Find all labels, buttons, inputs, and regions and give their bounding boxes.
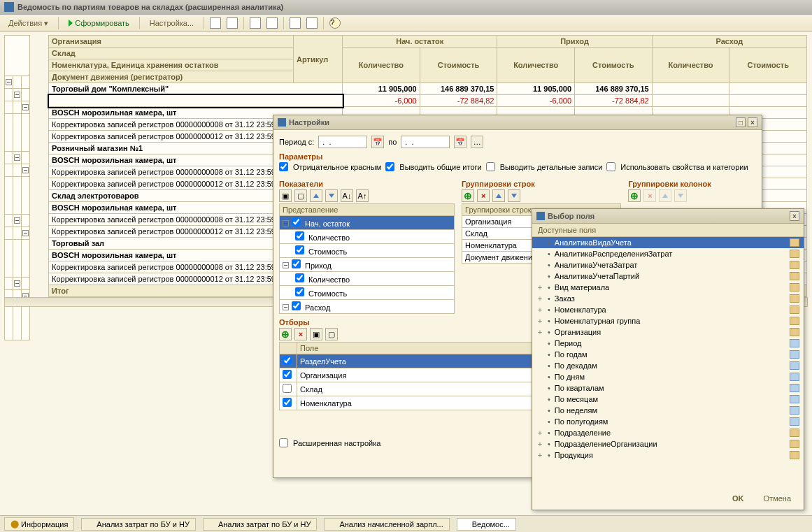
field-row[interactable]: •АналитикаУчетаЗатрат bbox=[532, 259, 804, 271]
add-group-icon[interactable]: ⊕ bbox=[462, 189, 474, 202]
del-group-icon[interactable]: × bbox=[477, 189, 490, 202]
field-row[interactable]: •По декадам bbox=[532, 360, 804, 371]
indicator-row[interactable]: Стоимость bbox=[280, 244, 455, 258]
dialog-icon bbox=[536, 212, 545, 220]
tab-analysis1[interactable]: Анализ затрат по БУ и НУ bbox=[81, 518, 196, 531]
field-type-icon bbox=[790, 361, 799, 370]
field-type-icon bbox=[790, 250, 799, 258]
sort-desc-icon[interactable]: A↑ bbox=[356, 189, 369, 202]
field-type-icon bbox=[790, 317, 799, 325]
tab-analysis2[interactable]: Анализ затрат по БУ и НУ bbox=[203, 518, 318, 531]
actions-menu[interactable]: Действия ▾ bbox=[4, 17, 52, 29]
indicator-row[interactable]: Количество bbox=[280, 272, 455, 286]
tab-vedomost[interactable]: Ведомос... bbox=[457, 518, 516, 531]
period-select-icon[interactable]: … bbox=[471, 136, 483, 148]
dialog-icon bbox=[278, 118, 286, 127]
del-col-icon: × bbox=[643, 189, 656, 202]
indicator-row[interactable]: Стоимость bbox=[280, 286, 455, 300]
app-icon bbox=[4, 2, 14, 12]
field-row[interactable]: +•Вид материала bbox=[532, 282, 804, 293]
field-row[interactable]: +•Продукция bbox=[532, 450, 804, 461]
field-row[interactable]: +•Организация bbox=[532, 326, 804, 338]
maximize-icon[interactable]: □ bbox=[736, 117, 746, 127]
filter-uncheck-icon[interactable]: ▢ bbox=[325, 328, 338, 340]
indicator-row[interactable]: Количество bbox=[280, 230, 455, 244]
fields-list[interactable]: •АналитикаВидаУчета•АналитикаРаспределен… bbox=[532, 237, 804, 475]
field-row[interactable]: •По дням bbox=[532, 371, 804, 382]
period-to-input[interactable] bbox=[401, 136, 450, 148]
close-fields-icon[interactable]: × bbox=[790, 211, 799, 221]
field-row[interactable]: +•Заказ bbox=[532, 293, 804, 304]
cancel-button[interactable]: Отмена bbox=[757, 491, 798, 505]
field-row[interactable]: •АналитикаУчетаПартий bbox=[532, 271, 804, 282]
field-select-dialog: Выбор поля × Доступные поля •АналитикаВи… bbox=[532, 208, 804, 510]
cb-props[interactable]: Использовать свойства и категории bbox=[606, 162, 748, 171]
close-icon[interactable]: × bbox=[748, 117, 757, 127]
field-row[interactable]: •По годам bbox=[532, 349, 804, 360]
field-type-icon bbox=[790, 395, 799, 403]
add-filter-icon[interactable]: ⊕ bbox=[279, 328, 292, 340]
calendar-to-icon[interactable]: 📅 bbox=[454, 136, 466, 148]
row-label[interactable] bbox=[49, 95, 343, 107]
field-row[interactable]: •По кварталам bbox=[532, 382, 804, 394]
ok-button[interactable]: OK bbox=[725, 491, 751, 505]
toolbar-icon-2[interactable] bbox=[227, 17, 238, 29]
indicator-row[interactable]: Приход bbox=[280, 258, 455, 272]
collapse-icon[interactable] bbox=[6, 79, 12, 85]
grp-up-icon[interactable] bbox=[492, 189, 505, 202]
field-row[interactable]: •Период bbox=[532, 338, 804, 349]
sort-asc-icon[interactable]: A↓ bbox=[341, 189, 353, 202]
indicator-row[interactable]: Расход bbox=[280, 300, 455, 314]
period-from-input[interactable] bbox=[318, 136, 367, 148]
cb-totals[interactable]: Выводить общие итоги bbox=[385, 162, 481, 171]
move-down-icon[interactable] bbox=[325, 189, 338, 202]
toolbar-icon-1[interactable] bbox=[210, 17, 221, 29]
cb-negative-red[interactable]: Отрицательное красным bbox=[279, 162, 381, 171]
window-title: Ведомость по партиям товаров на складах … bbox=[17, 3, 283, 11]
field-type-icon bbox=[790, 328, 799, 336]
available-fields-header: Доступные поля bbox=[532, 224, 804, 237]
field-row[interactable]: •По месяцам bbox=[532, 394, 804, 405]
field-row[interactable]: +•Номенклатурная группа bbox=[532, 315, 804, 326]
field-row[interactable]: +•ПодразделениеОрганизации bbox=[532, 438, 804, 450]
settings-button[interactable]: Настройка... bbox=[145, 17, 198, 29]
toolbar-icon-4[interactable] bbox=[266, 17, 278, 29]
field-type-icon bbox=[790, 339, 799, 347]
grp-down-icon[interactable] bbox=[508, 189, 520, 202]
field-row[interactable]: +•Подразделение bbox=[532, 427, 804, 438]
header-org: Организация bbox=[49, 36, 294, 48]
row-label[interactable]: Торговый дом "Комплексный" bbox=[49, 83, 343, 95]
form-button[interactable]: Сформировать bbox=[64, 17, 134, 29]
help-icon[interactable]: ? bbox=[329, 17, 341, 29]
play-icon bbox=[69, 20, 73, 27]
toolbar-icon-5[interactable] bbox=[290, 17, 301, 29]
field-type-icon bbox=[790, 272, 799, 280]
field-row[interactable]: +•Номенклатура bbox=[532, 304, 804, 315]
cb-detail[interactable]: Выводить детальные записи bbox=[486, 162, 603, 171]
window-tabs-bar: ⬤Информация Анализ затрат по БУ и НУ Ана… bbox=[0, 515, 812, 532]
col-up-icon bbox=[659, 189, 671, 202]
calendar-from-icon[interactable]: 📅 bbox=[371, 136, 384, 148]
field-row[interactable]: •По полугодиям bbox=[532, 416, 804, 427]
tab-salary[interactable]: Анализ начисленной зарпл... bbox=[324, 518, 449, 531]
field-type-icon bbox=[790, 429, 799, 437]
field-row[interactable]: •АналитикаРаспределенияЗатрат bbox=[532, 248, 804, 259]
toolbar-icon-6[interactable] bbox=[306, 17, 318, 29]
indicator-row[interactable]: Нач. остаток bbox=[280, 216, 455, 230]
add-col-icon[interactable]: ⊕ bbox=[628, 189, 641, 202]
field-type-icon bbox=[790, 350, 799, 359]
field-row[interactable]: •По неделям bbox=[532, 405, 804, 416]
del-filter-icon[interactable]: × bbox=[294, 328, 307, 340]
tab-info[interactable]: ⬤Информация bbox=[4, 517, 74, 531]
toolbar-icon-3[interactable] bbox=[250, 17, 261, 29]
field-type-icon bbox=[790, 406, 799, 415]
main-toolbar: Действия ▾ Сформировать Настройка... ? bbox=[0, 15, 812, 32]
uncheck-all-icon[interactable]: ▢ bbox=[294, 189, 307, 202]
field-type-icon bbox=[790, 261, 799, 269]
move-up-icon[interactable] bbox=[310, 189, 322, 202]
field-type-icon bbox=[790, 417, 799, 426]
filter-check-icon[interactable]: ▣ bbox=[310, 328, 322, 340]
field-row[interactable]: •АналитикаВидаУчета bbox=[532, 237, 804, 248]
check-all-icon[interactable]: ▣ bbox=[279, 189, 292, 202]
settings-title: Настройки bbox=[289, 118, 329, 127]
